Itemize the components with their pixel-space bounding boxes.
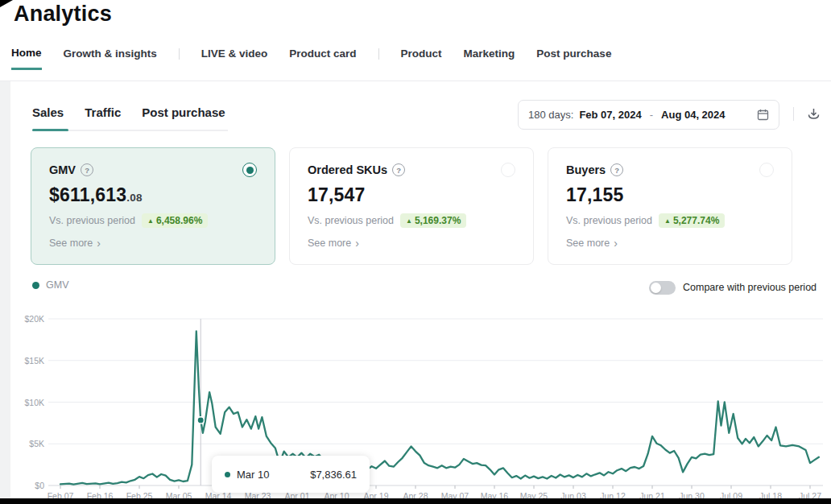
gmv-line-chart[interactable]: $0$5K$10K$15K$20KFeb 07Feb 16Feb 25Mar 0… xyxy=(0,0,831,504)
tooltip-series-dot-icon xyxy=(225,472,230,477)
y-axis-label: $5K xyxy=(29,439,44,448)
y-axis-label: $0 xyxy=(35,481,44,490)
video-artifact-bottom-bar xyxy=(0,498,831,504)
tooltip-value: $7,836.61 xyxy=(310,469,357,481)
y-axis-label: $10K xyxy=(24,398,44,407)
analytics-page: Analytics HomeGrowth & insightsLIVE & vi… xyxy=(0,0,831,504)
y-axis-label: $15K xyxy=(24,356,44,366)
tooltip-date: Mar 10 xyxy=(237,469,269,481)
chart-tooltip: Mar 10 $7,836.61 xyxy=(212,456,370,493)
y-axis-label: $20K xyxy=(24,314,44,324)
hover-point-marker xyxy=(197,417,204,423)
gmv-series-line xyxy=(60,332,819,485)
